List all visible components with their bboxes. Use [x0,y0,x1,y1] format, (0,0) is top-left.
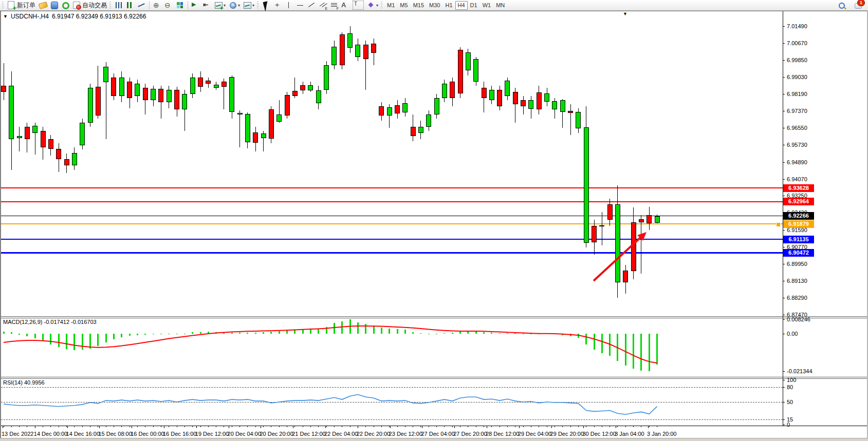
vertical-line-button[interactable] [283,1,294,10]
time-axis-minor-tick [294,426,295,427]
signals-button[interactable] [60,1,71,10]
shapes-button[interactable]: ▾ [365,1,380,10]
styler-icon [39,1,47,9]
macd-histogram-bar [255,333,256,334]
symbol-dropdown-icon[interactable]: ▼ [3,14,8,19]
candle-body [56,149,61,159]
chart-window[interactable]: ▼ USDCNH-,H4 6.91947 6.92349 6.91913 6.9… [0,11,868,441]
price-hline[interactable] [1,216,783,216]
time-axis-minor-tick [247,426,248,427]
tile-windows-button[interactable] [174,1,186,10]
text-button[interactable]: A [340,1,351,10]
line-chart-button[interactable] [136,1,147,10]
indicators-button[interactable]: +▾ [213,1,227,10]
hline-handle[interactable] [776,222,781,227]
time-axis-minor-tick [192,426,193,427]
timeframe-m1-button[interactable]: M1 [384,1,397,10]
timeframe-d1-button[interactable]: D1 [468,1,480,10]
timeframe-m5-button[interactable]: M5 [397,1,410,10]
candlestick-chart-button[interactable] [124,1,136,10]
search-button[interactable] [836,1,847,10]
candle-body [143,88,148,100]
timeframe-m15-button[interactable]: M15 [411,1,427,10]
time-axis-minor-tick [318,426,319,427]
candle-body [221,82,227,87]
timeframe-w1-button[interactable]: W1 [480,1,494,10]
time-axis-minor-tick [50,426,51,427]
auto-scroll-button[interactable]: ▶ [190,1,201,10]
macd-histogram-bar [121,334,122,337]
chart-shift-button[interactable]: ⇤ [201,1,213,10]
price-axis-tick [783,179,785,180]
price-hline[interactable] [1,252,783,254]
timeframe-toolbar: M1M5M15M30H1H4D1W1MN [384,1,507,10]
candle-body [158,89,163,102]
publish-button[interactable] [48,1,60,10]
macd-histogram-bar [73,334,75,350]
candle-body [482,88,487,98]
candle-body [331,47,337,65]
time-axis-minor-tick [66,426,67,427]
price-axis-tick [783,264,785,264]
price-hline[interactable] [1,187,783,188]
time-axis-minor-tick [287,426,287,427]
timeframe-mn-button[interactable]: MN [493,1,507,10]
macd-histogram-bar [459,331,461,334]
time-axis-minor-tick [594,426,595,427]
autotrading-button[interactable]: 自动交易 [71,1,108,10]
price-axis-label: 6.96550 [787,125,807,131]
zoom-out-button[interactable]: ⊖ [163,1,174,10]
time-axis-minor-tick [342,426,342,427]
channel-icon: E [319,1,327,9]
price-hline[interactable] [1,223,783,224]
time-axis-minor-tick [617,426,618,427]
chart-title: ▼ USDCNH-,H4 6.91947 6.92349 6.91913 6.9… [3,13,146,20]
periods-button[interactable]: ▾ [227,1,242,10]
time-axis-label: 22 Dec 04:00 [324,431,358,437]
macd-histogram-bar [3,332,5,334]
time-axis-minor-tick [169,426,169,427]
crosshair-button[interactable]: ＋ [272,1,283,10]
autotrading-icon [72,1,81,9]
rsi-axis-tick [783,380,785,380]
cursor-button[interactable] [261,1,272,10]
styler-button[interactable] [37,1,48,10]
horizontal-line-icon [296,1,304,9]
price-hline[interactable] [1,201,783,202]
timeframe-m30-button[interactable]: M30 [427,1,442,10]
new-order-button[interactable]: + 新订单 [6,1,37,10]
candle-body [41,131,46,147]
channel-button[interactable]: E [317,1,328,10]
timeframe-h1-button[interactable]: H1 [442,1,455,10]
macd-axis-tick [783,334,785,334]
fibonacci-button[interactable]: F [328,1,340,10]
price-axis-tick [783,111,785,111]
time-axis-tick [487,426,487,428]
time-axis-minor-tick [145,426,145,427]
trendline-button[interactable] [306,1,317,10]
timeframe-h4-button[interactable]: H4 [455,1,468,10]
candle-body [269,109,274,139]
time-axis-minor-tick [27,426,27,427]
candle-body [119,78,124,96]
bar-chart-button[interactable] [113,1,124,10]
rsi-axis-label: 0 [787,421,790,428]
macd-histogram-bar [286,330,288,334]
time-axis-minor-tick [106,426,106,427]
macd-histogram-bar [428,334,430,334]
horizontal-line-button[interactable] [294,1,306,10]
time-axis-label: 29 Dec 20:00 [550,431,584,437]
macd-histogram-bar [89,334,91,349]
price-axis-label: 6.94890 [787,159,807,165]
text-label-button[interactable]: T [351,1,365,10]
templates-button[interactable]: ▾ [242,1,256,10]
zoom-in-button[interactable]: ⊕ [152,1,163,10]
candle-body [127,82,132,98]
chart-shift-marker-icon[interactable]: ▼ [623,11,627,16]
candle-body [88,88,93,123]
time-axis-minor-tick [153,426,154,427]
crosshair-icon: ＋ [273,1,282,9]
candle-body [355,45,360,57]
notifications-button[interactable]: 1 [853,1,864,10]
price-hline[interactable] [1,239,783,240]
